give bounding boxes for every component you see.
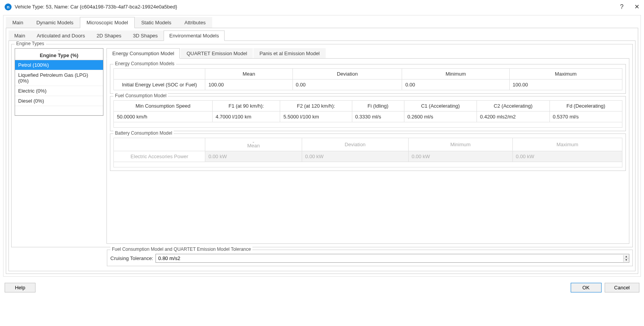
modeltab-quartet[interactable]: QUARTET Emission Model xyxy=(181,48,253,58)
window-title: Vehicle Type: 53, Name: Car {c604a198-73… xyxy=(15,4,620,10)
close-icon[interactable]: ✕ xyxy=(634,3,639,10)
main-tab-row: Main Dynamic Models Microscopic Model St… xyxy=(6,17,638,28)
tab-microscopic-model[interactable]: Microscopic Model xyxy=(80,17,135,28)
footer: Help OK Cancel xyxy=(0,280,644,296)
cell-min-cons-speed[interactable]: 50.0000 km/h xyxy=(114,111,213,122)
col-min-cons-speed: Min Consumption Speed xyxy=(114,101,213,111)
engine-row-diesel[interactable]: Diesel (0%) xyxy=(15,96,103,106)
col-mean: Mean xyxy=(205,69,292,79)
cell-bat-maximum: 0.00 kW xyxy=(512,151,622,162)
tolerance-legend: Fuel Consumption Model and QUARTET Emiss… xyxy=(110,247,252,252)
energy-consumption-fieldset: Energy Consumption Models Mean Deviation… xyxy=(110,64,626,94)
subtab-main[interactable]: Main xyxy=(8,30,31,41)
engine-types-legend: Engine Types xyxy=(15,41,46,46)
help-icon[interactable]: ? xyxy=(620,3,624,10)
tab-dynamic-models[interactable]: Dynamic Models xyxy=(30,17,80,28)
engine-type-header: Engine Type (%) xyxy=(15,51,103,60)
energy-consumption-legend: Energy Consumption Models xyxy=(113,61,176,66)
cell-c2[interactable]: 0.4200 mls2/m2 xyxy=(477,111,549,122)
col-bat-maximum: Maximum xyxy=(512,138,622,151)
row-electric-accessories: Electric Accesories Power xyxy=(114,151,205,162)
cell-bat-mean: 0.00 kW xyxy=(205,151,302,162)
col-deviation: Deviation xyxy=(292,69,402,79)
col-fi: Fi (Idling) xyxy=(352,101,404,111)
fuel-consumption-fieldset: Fuel Consumption Model Min Consumption S… xyxy=(110,96,626,131)
col-maximum: Maximum xyxy=(509,69,622,79)
cell-fd[interactable]: 0.5370 ml/s xyxy=(549,111,622,122)
tab-static-models[interactable]: Static Models xyxy=(135,17,178,28)
subtab-environmental-models[interactable]: Environmental Models xyxy=(164,30,225,41)
tolerance-fieldset: Fuel Consumption Model and QUARTET Emiss… xyxy=(107,250,633,266)
cell-c1[interactable]: 0.2600 ml/s xyxy=(404,111,477,122)
fuel-consumption-table: Min Consumption Speed F1 (at 90 km/h): F… xyxy=(113,100,622,128)
model-tab-row: Energy Consumption Model QUARTET Emissio… xyxy=(106,48,629,59)
app-icon: n xyxy=(5,3,12,10)
subtab-articulated[interactable]: Articulated and Doors xyxy=(31,30,91,41)
col-bat-minimum: Minimum xyxy=(408,138,512,151)
spin-down-icon[interactable]: ▼ xyxy=(624,258,629,262)
modeltab-panis[interactable]: Panis et al Emission Model xyxy=(254,48,325,58)
cell-energy-maximum[interactable]: 100.00 xyxy=(509,79,622,90)
row-initial-energy: Initial Energy Level (SOC or Fuel) xyxy=(114,79,205,90)
col-c2: C2 (Accelerating) xyxy=(477,101,549,111)
col-fd: Fd (Decelerating) xyxy=(549,101,622,111)
battery-consumption-legend: Battery Consumption Model xyxy=(113,130,174,136)
cell-energy-deviation[interactable]: 0.00 xyxy=(292,79,402,90)
engine-row-blank xyxy=(15,106,103,115)
col-bat-deviation: Deviation xyxy=(302,138,408,151)
cruising-tolerance-label: Cruising Tolerance: xyxy=(110,255,153,261)
cell-f2[interactable]: 5.5000 l/100 km xyxy=(280,111,352,122)
engine-type-list[interactable]: ⌄ Engine Type (%) Petrol (100%) Liquefie… xyxy=(15,48,103,116)
ok-button[interactable]: OK xyxy=(571,283,602,292)
spin-up-icon[interactable]: ▲ xyxy=(624,255,629,258)
engine-row-petrol[interactable]: Petrol (100%) xyxy=(15,60,103,70)
tab-main[interactable]: Main xyxy=(6,17,30,28)
cruising-tolerance-input[interactable]: ▲ ▼ xyxy=(156,254,629,263)
titlebar: n Vehicle Type: 53, Name: Car {c604a198-… xyxy=(0,0,644,14)
subtab-2d-shapes[interactable]: 2D Shapes xyxy=(91,30,127,41)
tab-attributes[interactable]: Attributes xyxy=(178,17,212,28)
col-bat-mean: Mean xyxy=(247,143,260,149)
cell-fi[interactable]: 0.3330 ml/s xyxy=(352,111,404,122)
cancel-button[interactable]: Cancel xyxy=(605,283,639,292)
cell-f1[interactable]: 4.7000 l/100 km xyxy=(212,111,280,122)
engine-row-electric[interactable]: Electric (0%) xyxy=(15,86,103,96)
cell-energy-minimum[interactable]: 0.00 xyxy=(402,79,509,90)
cruising-tolerance-field[interactable] xyxy=(156,254,623,262)
energy-consumption-table: Mean Deviation Minimum Maximum Initial E… xyxy=(113,68,622,90)
modeltab-energy[interactable]: Energy Consumption Model xyxy=(106,48,180,59)
help-button[interactable]: Help xyxy=(5,283,35,292)
cell-energy-mean[interactable]: 100.00 xyxy=(205,79,292,90)
engine-row-lpg[interactable]: Liquefied Petroleum Gas (LPG) (0%) xyxy=(15,70,103,86)
cell-bat-deviation: 0.00 kW xyxy=(302,151,408,162)
battery-consumption-table: ⌄Mean Deviation Minimum Maximum Electric… xyxy=(113,138,622,167)
col-minimum: Minimum xyxy=(402,69,509,79)
subtab-3d-shapes[interactable]: 3D Shapes xyxy=(127,30,164,41)
engine-types-fieldset: Engine Types ⌄ Engine Type (%) Petrol (1… xyxy=(11,44,633,247)
fuel-consumption-legend: Fuel Consumption Model xyxy=(113,93,168,98)
cell-bat-minimum: 0.00 kW xyxy=(408,151,512,162)
col-f2: F2 (at 120 km/h): xyxy=(280,101,352,111)
col-c1: C1 (Accelerating) xyxy=(404,101,477,111)
col-f1: F1 (at 90 km/h): xyxy=(212,101,280,111)
sub-tab-row: Main Articulated and Doors 2D Shapes 3D … xyxy=(8,30,636,41)
battery-consumption-fieldset: Battery Consumption Model ⌄Mean Deviatio… xyxy=(110,133,626,171)
